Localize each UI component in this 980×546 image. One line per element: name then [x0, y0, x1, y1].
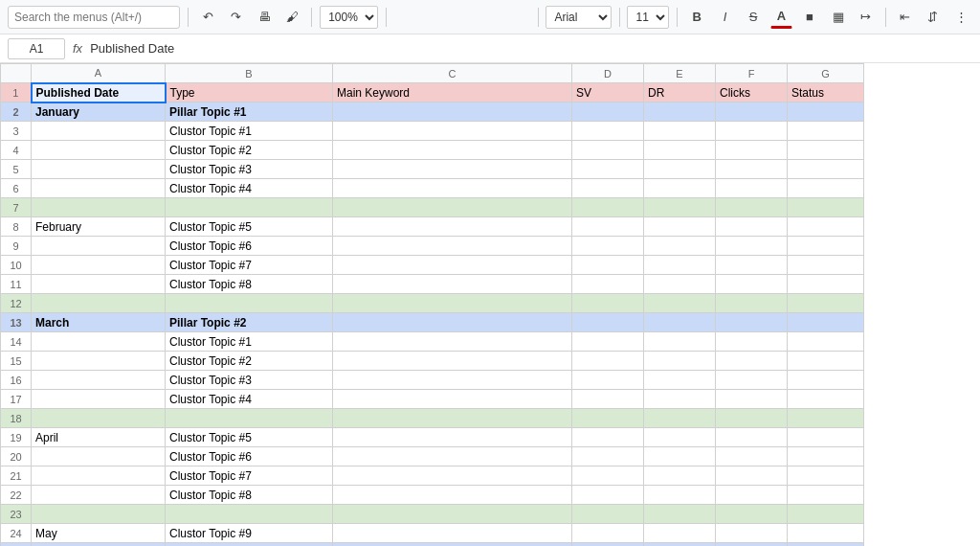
- cell-19-D[interactable]: [572, 428, 644, 447]
- cell-11-D[interactable]: [572, 275, 644, 294]
- cell-4-C[interactable]: [333, 141, 572, 160]
- decimal-zero-button[interactable]: [451, 6, 473, 29]
- align-button[interactable]: ⇤: [894, 6, 916, 29]
- cell-24-F[interactable]: [716, 524, 788, 543]
- cell-7-B[interactable]: [166, 198, 333, 217]
- cell-1-B[interactable]: Type: [166, 83, 333, 102]
- cell-8-A[interactable]: February: [32, 217, 166, 237]
- cell-24-C[interactable]: [333, 524, 572, 543]
- cell-12-B[interactable]: [166, 294, 333, 313]
- cell-8-C[interactable]: [333, 217, 572, 237]
- cell-5-E[interactable]: [644, 160, 716, 179]
- cell-23-C[interactable]: [333, 505, 572, 524]
- cell-16-G[interactable]: [788, 371, 864, 390]
- cell-25-D[interactable]: [572, 543, 644, 547]
- cell-8-F[interactable]: [716, 217, 788, 237]
- cell-17-C[interactable]: [333, 390, 572, 409]
- cell-20-D[interactable]: [572, 447, 644, 466]
- cell-14-A[interactable]: [32, 332, 166, 352]
- cell-23-F[interactable]: [716, 505, 788, 524]
- cell-20-A[interactable]: [32, 447, 166, 466]
- cell-1-E[interactable]: DR: [644, 83, 716, 102]
- cell-5-A[interactable]: [32, 160, 166, 179]
- merge-button[interactable]: ↦: [855, 6, 877, 29]
- cell-12-G[interactable]: [788, 294, 864, 313]
- cell-9-A[interactable]: [32, 237, 166, 256]
- cell-6-F[interactable]: [716, 179, 788, 198]
- search-input[interactable]: [8, 6, 180, 29]
- cell-8-B[interactable]: Clustor Topic #5: [166, 217, 333, 237]
- cell-16-D[interactable]: [572, 371, 644, 390]
- cell-12-A[interactable]: [32, 294, 166, 313]
- currency-button[interactable]: [394, 6, 416, 29]
- cell-10-B[interactable]: Clustor Topic #7: [166, 256, 333, 275]
- cell-3-B[interactable]: Clustor Topic #1: [166, 122, 333, 141]
- cell-13-B[interactable]: Pillar Topic #2: [166, 313, 333, 332]
- cell-15-B[interactable]: Clustor Topic #2: [166, 352, 333, 371]
- cell-16-B[interactable]: Clustor Topic #3: [166, 371, 333, 390]
- cell-25-G[interactable]: [788, 543, 864, 547]
- cell-10-F[interactable]: [716, 256, 788, 275]
- cell-23-G[interactable]: [788, 505, 864, 524]
- font-size-select[interactable]: 11: [627, 6, 669, 29]
- col-header-g[interactable]: G: [788, 64, 864, 83]
- cell-8-G[interactable]: [788, 217, 864, 237]
- cell-6-A[interactable]: [32, 179, 166, 198]
- col-header-a[interactable]: A: [32, 64, 166, 83]
- cell-1-G[interactable]: Status: [788, 83, 864, 102]
- cell-19-G[interactable]: [788, 428, 864, 447]
- cell-12-E[interactable]: [644, 294, 716, 313]
- cell-3-F[interactable]: [716, 122, 788, 141]
- cell-13-A[interactable]: March: [32, 313, 166, 332]
- col-header-e[interactable]: E: [644, 64, 716, 83]
- cell-13-E[interactable]: [644, 313, 716, 332]
- cell-4-D[interactable]: [572, 141, 644, 160]
- cell-14-G[interactable]: [788, 332, 864, 352]
- cell-14-D[interactable]: [572, 332, 644, 352]
- cell-7-G[interactable]: [788, 198, 864, 217]
- cell-13-F[interactable]: [716, 313, 788, 332]
- cell-15-D[interactable]: [572, 352, 644, 371]
- cell-21-G[interactable]: [788, 466, 864, 486]
- cell-15-A[interactable]: [32, 352, 166, 371]
- cell-16-A[interactable]: [32, 371, 166, 390]
- cell-15-E[interactable]: [644, 352, 716, 371]
- cell-17-D[interactable]: [572, 390, 644, 409]
- cell-9-E[interactable]: [644, 237, 716, 256]
- number-format-button[interactable]: [507, 6, 529, 29]
- cell-10-A[interactable]: [32, 256, 166, 275]
- cell-20-C[interactable]: [333, 447, 572, 466]
- cell-13-G[interactable]: [788, 313, 864, 332]
- cell-18-C[interactable]: [333, 409, 572, 428]
- cell-reference-input[interactable]: [8, 38, 65, 59]
- cell-17-B[interactable]: Clustor Topic #4: [166, 390, 333, 409]
- cell-17-A[interactable]: [32, 390, 166, 409]
- cell-4-G[interactable]: [788, 141, 864, 160]
- cell-24-A[interactable]: May: [32, 524, 166, 543]
- cell-1-D[interactable]: SV: [572, 83, 644, 102]
- cell-18-A[interactable]: [32, 409, 166, 428]
- cell-23-A[interactable]: [32, 505, 166, 524]
- cell-11-A[interactable]: [32, 275, 166, 294]
- cell-20-G[interactable]: [788, 447, 864, 466]
- cell-2-F[interactable]: [716, 102, 788, 122]
- cell-19-C[interactable]: [333, 428, 572, 447]
- col-header-b[interactable]: B: [166, 64, 333, 83]
- cell-16-C[interactable]: [333, 371, 572, 390]
- cell-18-D[interactable]: [572, 409, 644, 428]
- cell-2-G[interactable]: [788, 102, 864, 122]
- cell-17-F[interactable]: [716, 390, 788, 409]
- zoom-select[interactable]: 100%: [320, 6, 378, 29]
- cell-9-G[interactable]: [788, 237, 864, 256]
- cell-8-D[interactable]: [572, 217, 644, 237]
- cell-2-C[interactable]: [333, 102, 572, 122]
- cell-3-E[interactable]: [644, 122, 716, 141]
- font-select[interactable]: Arial: [546, 6, 611, 29]
- cell-10-E[interactable]: [644, 256, 716, 275]
- cell-19-A[interactable]: April: [32, 428, 166, 447]
- cell-3-A[interactable]: [32, 122, 166, 141]
- cell-14-F[interactable]: [716, 332, 788, 352]
- cell-11-C[interactable]: [333, 275, 572, 294]
- decimal-two-button[interactable]: [479, 6, 501, 29]
- cell-22-D[interactable]: [572, 486, 644, 505]
